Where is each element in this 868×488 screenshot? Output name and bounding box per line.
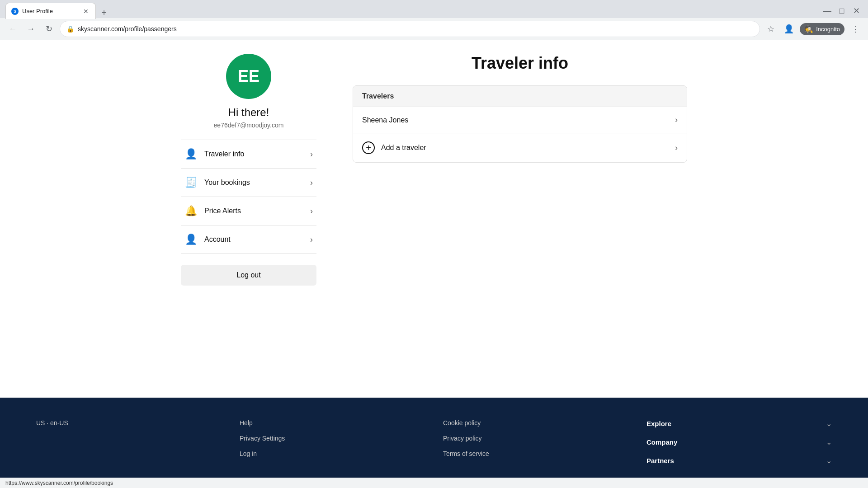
footer-col-3: Cookie policy Privacy policy Terms of se… — [443, 419, 628, 457]
footer-col-4: Explore ⌄ Company ⌄ Partners ⌄ — [646, 419, 832, 467]
incognito-label: Incognito — [816, 26, 840, 33]
tab-title: User Profile — [22, 8, 78, 14]
nav-menu: 👤 Traveler info › 🧾 Your bookings › 🔔 Pr… — [181, 140, 316, 254]
your-bookings-chevron: › — [310, 178, 313, 188]
footer-company-title: Company — [646, 438, 677, 446]
footer-explore-section[interactable]: Explore ⌄ — [646, 419, 832, 430]
account-icon: 👤 — [184, 234, 197, 245]
sidebar: EE Hi there! ee76def7@moodjoy.com 👤 Trav… — [181, 54, 316, 384]
footer-company-section[interactable]: Company ⌄ — [646, 438, 832, 448]
maximize-button[interactable]: □ — [835, 5, 848, 17]
footer-link-help[interactable]: Help — [240, 419, 425, 427]
main-area: EE Hi there! ee76def7@moodjoy.com 👤 Trav… — [163, 40, 705, 398]
greeting-text: Hi there! — [228, 106, 269, 119]
add-traveler-label: Add a traveler — [381, 144, 669, 152]
bookmark-button[interactable]: ☆ — [764, 22, 778, 36]
tab-favicon: S — [11, 8, 19, 15]
content-area: Traveler info Travelers Sheena Jones › +… — [353, 54, 687, 384]
incognito-badge: 🕵️ Incognito — [800, 23, 844, 35]
footer-partners-title: Partners — [646, 457, 674, 465]
traveler-info-label: Traveler info — [204, 150, 303, 158]
sidebar-item-account[interactable]: 👤 Account › — [181, 225, 316, 254]
sidebar-item-your-bookings[interactable]: 🧾 Your bookings › — [181, 169, 316, 197]
url-text: skyscanner.com/profile/passengers — [78, 25, 753, 33]
footer: US · en-US Help Privacy Settings Log in … — [0, 398, 868, 488]
account-chevron: › — [310, 235, 313, 244]
add-traveler-chevron-icon: › — [675, 143, 678, 153]
browser-chrome: S User Profile ✕ + — □ ✕ ← → ↻ 🔒 skyscan… — [0, 0, 868, 40]
sidebar-item-traveler-info[interactable]: 👤 Traveler info › — [181, 140, 316, 169]
avatar: EE — [226, 54, 271, 99]
footer-link-cookie-policy[interactable]: Cookie policy — [443, 419, 628, 427]
your-bookings-label: Your bookings — [204, 178, 303, 187]
profile-button[interactable]: 👤 — [782, 22, 796, 36]
price-alerts-label: Price Alerts — [204, 207, 303, 215]
address-bar[interactable]: 🔒 skyscanner.com/profile/passengers — [60, 21, 760, 37]
footer-col-2: Help Privacy Settings Log in — [240, 419, 425, 457]
user-email: ee76def7@moodjoy.com — [214, 122, 284, 129]
minimize-button[interactable]: — — [821, 5, 834, 17]
footer-link-log-in[interactable]: Log in — [240, 450, 425, 457]
footer-grid: US · en-US Help Privacy Settings Log in … — [36, 419, 832, 467]
footer-locale: US · en-US — [36, 419, 222, 427]
sidebar-item-price-alerts[interactable]: 🔔 Price Alerts › — [181, 197, 316, 225]
avatar-initials: EE — [238, 67, 259, 86]
traveler-name: Sheena Jones — [362, 116, 408, 124]
footer-partners-chevron: ⌄ — [826, 456, 832, 465]
status-bar: https://www.skyscanner.com/profile/booki… — [0, 478, 868, 488]
footer-link-terms-of-service[interactable]: Terms of service — [443, 450, 628, 457]
footer-explore-title: Explore — [646, 420, 671, 427]
reload-button[interactable]: ↻ — [42, 22, 56, 36]
tab-bar: S User Profile ✕ + — [5, 3, 821, 19]
your-bookings-icon: 🧾 — [184, 177, 197, 188]
add-traveler-row[interactable]: + Add a traveler › — [353, 133, 687, 162]
footer-partners-section[interactable]: Partners ⌄ — [646, 456, 832, 467]
chrome-menu-button[interactable]: ⋮ — [848, 22, 863, 36]
title-bar: S User Profile ✕ + — □ ✕ — [0, 0, 868, 18]
page-title: Traveler info — [353, 54, 687, 73]
traveler-info-chevron: › — [310, 150, 313, 159]
page-content: EE Hi there! ee76def7@moodjoy.com 👤 Trav… — [0, 40, 868, 488]
footer-link-privacy-settings[interactable]: Privacy Settings — [240, 435, 425, 442]
logout-button[interactable]: Log out — [181, 265, 316, 286]
add-traveler-icon: + — [362, 141, 375, 154]
security-icon: 🔒 — [66, 25, 74, 33]
traveler-info-icon: 👤 — [184, 148, 197, 160]
traveler-chevron-icon: › — [675, 115, 678, 125]
incognito-icon: 🕵️ — [804, 25, 813, 33]
footer-explore-chevron: ⌄ — [826, 419, 832, 428]
footer-company-chevron: ⌄ — [826, 438, 832, 446]
close-button[interactable]: ✕ — [850, 5, 863, 17]
forward-button[interactable]: → — [24, 22, 38, 36]
account-label: Account — [204, 235, 303, 244]
new-tab-button[interactable]: + — [98, 6, 110, 19]
travelers-section: Travelers Sheena Jones › + Add a travele… — [353, 85, 687, 163]
footer-link-privacy-policy[interactable]: Privacy policy — [443, 435, 628, 442]
back-button[interactable]: ← — [5, 22, 20, 36]
travelers-header: Travelers — [353, 86, 687, 107]
active-tab[interactable]: S User Profile ✕ — [5, 3, 96, 19]
tab-close-button[interactable]: ✕ — [82, 7, 90, 15]
browser-toolbar: ← → ↻ 🔒 skyscanner.com/profile/passenger… — [0, 18, 868, 40]
price-alerts-chevron: › — [310, 206, 313, 216]
status-url: https://www.skyscanner.com/profile/booki… — [5, 480, 113, 486]
traveler-row[interactable]: Sheena Jones › — [353, 107, 687, 133]
price-alerts-icon: 🔔 — [184, 205, 197, 217]
